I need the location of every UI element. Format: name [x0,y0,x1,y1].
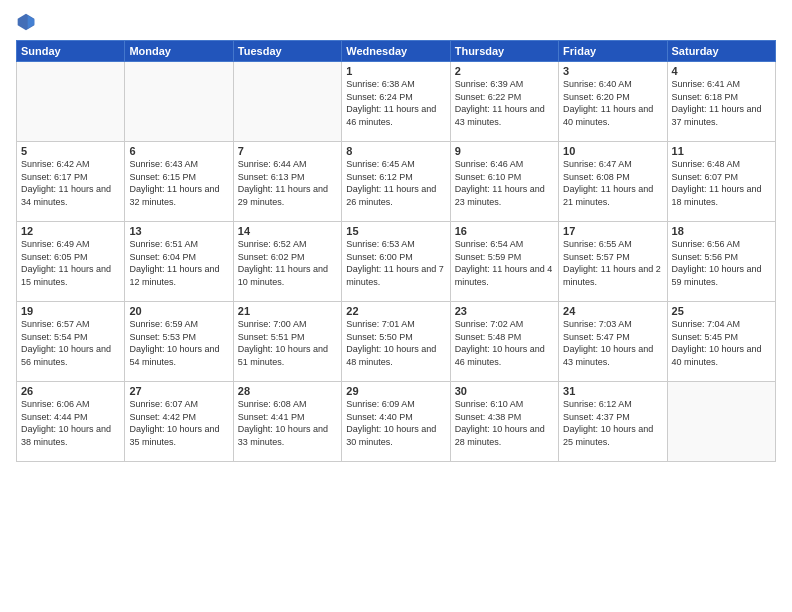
calendar-cell [17,62,125,142]
calendar-cell: 2Sunrise: 6:39 AM Sunset: 6:22 PM Daylig… [450,62,558,142]
logo [16,12,38,32]
calendar-cell: 29Sunrise: 6:09 AM Sunset: 4:40 PM Dayli… [342,382,450,462]
day-info: Sunrise: 6:07 AM Sunset: 4:42 PM Dayligh… [129,398,228,448]
day-number: 15 [346,225,445,237]
day-info: Sunrise: 6:46 AM Sunset: 6:10 PM Dayligh… [455,158,554,208]
day-number: 24 [563,305,662,317]
day-number: 20 [129,305,228,317]
calendar-cell: 6Sunrise: 6:43 AM Sunset: 6:15 PM Daylig… [125,142,233,222]
day-number: 2 [455,65,554,77]
day-number: 25 [672,305,771,317]
day-info: Sunrise: 6:10 AM Sunset: 4:38 PM Dayligh… [455,398,554,448]
day-info: Sunrise: 6:09 AM Sunset: 4:40 PM Dayligh… [346,398,445,448]
day-number: 30 [455,385,554,397]
day-number: 23 [455,305,554,317]
day-info: Sunrise: 6:40 AM Sunset: 6:20 PM Dayligh… [563,78,662,128]
calendar-cell: 8Sunrise: 6:45 AM Sunset: 6:12 PM Daylig… [342,142,450,222]
calendar-cell: 15Sunrise: 6:53 AM Sunset: 6:00 PM Dayli… [342,222,450,302]
day-number: 29 [346,385,445,397]
day-info: Sunrise: 6:47 AM Sunset: 6:08 PM Dayligh… [563,158,662,208]
calendar-cell: 10Sunrise: 6:47 AM Sunset: 6:08 PM Dayli… [559,142,667,222]
day-number: 17 [563,225,662,237]
day-number: 26 [21,385,120,397]
day-number: 6 [129,145,228,157]
day-number: 21 [238,305,337,317]
header [16,12,776,32]
calendar-cell: 19Sunrise: 6:57 AM Sunset: 5:54 PM Dayli… [17,302,125,382]
day-number: 27 [129,385,228,397]
calendar-week-5: 26Sunrise: 6:06 AM Sunset: 4:44 PM Dayli… [17,382,776,462]
day-info: Sunrise: 7:01 AM Sunset: 5:50 PM Dayligh… [346,318,445,368]
day-info: Sunrise: 6:53 AM Sunset: 6:00 PM Dayligh… [346,238,445,288]
calendar-cell: 26Sunrise: 6:06 AM Sunset: 4:44 PM Dayli… [17,382,125,462]
calendar-cell: 7Sunrise: 6:44 AM Sunset: 6:13 PM Daylig… [233,142,341,222]
calendar-cell: 3Sunrise: 6:40 AM Sunset: 6:20 PM Daylig… [559,62,667,142]
day-number: 3 [563,65,662,77]
day-number: 19 [21,305,120,317]
calendar-week-1: 1Sunrise: 6:38 AM Sunset: 6:24 PM Daylig… [17,62,776,142]
calendar-week-4: 19Sunrise: 6:57 AM Sunset: 5:54 PM Dayli… [17,302,776,382]
day-number: 10 [563,145,662,157]
day-number: 7 [238,145,337,157]
calendar-cell: 17Sunrise: 6:55 AM Sunset: 5:57 PM Dayli… [559,222,667,302]
day-info: Sunrise: 6:51 AM Sunset: 6:04 PM Dayligh… [129,238,228,288]
day-number: 16 [455,225,554,237]
day-number: 8 [346,145,445,157]
calendar-cell: 1Sunrise: 6:38 AM Sunset: 6:24 PM Daylig… [342,62,450,142]
calendar-cell: 23Sunrise: 7:02 AM Sunset: 5:48 PM Dayli… [450,302,558,382]
calendar-header-row: SundayMondayTuesdayWednesdayThursdayFrid… [17,41,776,62]
day-info: Sunrise: 7:00 AM Sunset: 5:51 PM Dayligh… [238,318,337,368]
header-day-monday: Monday [125,41,233,62]
day-number: 13 [129,225,228,237]
day-info: Sunrise: 6:08 AM Sunset: 4:41 PM Dayligh… [238,398,337,448]
day-info: Sunrise: 6:42 AM Sunset: 6:17 PM Dayligh… [21,158,120,208]
calendar-week-2: 5Sunrise: 6:42 AM Sunset: 6:17 PM Daylig… [17,142,776,222]
calendar-cell [233,62,341,142]
calendar-cell: 14Sunrise: 6:52 AM Sunset: 6:02 PM Dayli… [233,222,341,302]
day-info: Sunrise: 6:06 AM Sunset: 4:44 PM Dayligh… [21,398,120,448]
calendar-cell: 30Sunrise: 6:10 AM Sunset: 4:38 PM Dayli… [450,382,558,462]
day-info: Sunrise: 6:41 AM Sunset: 6:18 PM Dayligh… [672,78,771,128]
calendar-cell: 9Sunrise: 6:46 AM Sunset: 6:10 PM Daylig… [450,142,558,222]
calendar-week-3: 12Sunrise: 6:49 AM Sunset: 6:05 PM Dayli… [17,222,776,302]
day-info: Sunrise: 6:12 AM Sunset: 4:37 PM Dayligh… [563,398,662,448]
calendar-cell: 16Sunrise: 6:54 AM Sunset: 5:59 PM Dayli… [450,222,558,302]
day-info: Sunrise: 6:57 AM Sunset: 5:54 PM Dayligh… [21,318,120,368]
day-info: Sunrise: 6:49 AM Sunset: 6:05 PM Dayligh… [21,238,120,288]
header-day-sunday: Sunday [17,41,125,62]
day-number: 22 [346,305,445,317]
day-number: 5 [21,145,120,157]
day-info: Sunrise: 7:04 AM Sunset: 5:45 PM Dayligh… [672,318,771,368]
day-info: Sunrise: 7:02 AM Sunset: 5:48 PM Dayligh… [455,318,554,368]
day-info: Sunrise: 6:45 AM Sunset: 6:12 PM Dayligh… [346,158,445,208]
calendar-cell: 18Sunrise: 6:56 AM Sunset: 5:56 PM Dayli… [667,222,775,302]
calendar-cell: 27Sunrise: 6:07 AM Sunset: 4:42 PM Dayli… [125,382,233,462]
day-info: Sunrise: 6:54 AM Sunset: 5:59 PM Dayligh… [455,238,554,288]
day-info: Sunrise: 6:48 AM Sunset: 6:07 PM Dayligh… [672,158,771,208]
calendar-cell: 13Sunrise: 6:51 AM Sunset: 6:04 PM Dayli… [125,222,233,302]
calendar-cell: 22Sunrise: 7:01 AM Sunset: 5:50 PM Dayli… [342,302,450,382]
calendar-cell [667,382,775,462]
calendar-cell: 20Sunrise: 6:59 AM Sunset: 5:53 PM Dayli… [125,302,233,382]
day-number: 31 [563,385,662,397]
day-number: 11 [672,145,771,157]
header-day-wednesday: Wednesday [342,41,450,62]
day-info: Sunrise: 6:44 AM Sunset: 6:13 PM Dayligh… [238,158,337,208]
calendar-cell: 12Sunrise: 6:49 AM Sunset: 6:05 PM Dayli… [17,222,125,302]
day-info: Sunrise: 7:03 AM Sunset: 5:47 PM Dayligh… [563,318,662,368]
day-number: 12 [21,225,120,237]
calendar-cell: 24Sunrise: 7:03 AM Sunset: 5:47 PM Dayli… [559,302,667,382]
calendar-cell: 28Sunrise: 6:08 AM Sunset: 4:41 PM Dayli… [233,382,341,462]
day-info: Sunrise: 6:43 AM Sunset: 6:15 PM Dayligh… [129,158,228,208]
day-info: Sunrise: 6:55 AM Sunset: 5:57 PM Dayligh… [563,238,662,288]
day-number: 28 [238,385,337,397]
day-info: Sunrise: 6:56 AM Sunset: 5:56 PM Dayligh… [672,238,771,288]
day-info: Sunrise: 6:52 AM Sunset: 6:02 PM Dayligh… [238,238,337,288]
header-day-saturday: Saturday [667,41,775,62]
calendar-cell [125,62,233,142]
day-info: Sunrise: 6:38 AM Sunset: 6:24 PM Dayligh… [346,78,445,128]
day-number: 1 [346,65,445,77]
day-info: Sunrise: 6:59 AM Sunset: 5:53 PM Dayligh… [129,318,228,368]
header-day-friday: Friday [559,41,667,62]
day-number: 18 [672,225,771,237]
